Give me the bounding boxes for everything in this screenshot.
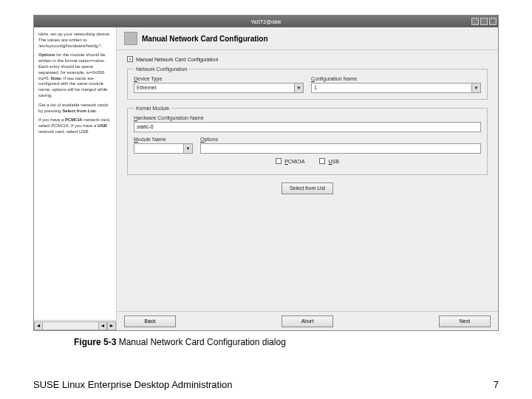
network-config-legend: Network Configuration <box>134 66 189 72</box>
usb-label: USB <box>328 159 338 164</box>
page-title: Manual Network Card Configuration <box>142 35 268 43</box>
chevron-down-icon[interactable]: ▼ <box>184 143 193 154</box>
pcmcia-label: PCMCIA <box>284 159 304 164</box>
help-p3: Get a list of available network cards by… <box>38 103 112 115</box>
config-name-value[interactable]: 1 <box>311 83 472 93</box>
hwcfg-input[interactable]: static-0 <box>134 122 481 132</box>
options-label: Options <box>200 137 481 142</box>
scroll-left-icon[interactable]: ◄ <box>34 321 43 330</box>
pcmcia-checkbox[interactable] <box>276 158 282 164</box>
help-p4: If you have a PCMCIA network card, selec… <box>38 117 112 134</box>
kernel-module-group: Kernel Module Hardware Configuration Nam… <box>127 106 488 175</box>
help-sidebar: Here, set up your networking device. The… <box>34 27 117 330</box>
doc-page-number: 7 <box>494 379 499 390</box>
abort-button[interactable]: Abort <box>282 316 333 327</box>
module-name-label: Module Name <box>134 137 193 142</box>
titlebar: YaST2@dale – □ × <box>34 16 498 27</box>
kernel-module-legend: Kernel Module <box>134 106 171 111</box>
help-scrollbar[interactable]: ◄ ◄ ► <box>34 320 116 330</box>
hwcfg-label: Hardware Configuration Name <box>134 115 481 120</box>
figure-caption: Figure 5-3 Manual Network Card Configura… <box>74 337 499 347</box>
minimize-icon[interactable]: – <box>471 18 479 25</box>
module-name-combo[interactable]: ▼ <box>134 143 193 154</box>
help-p2: Options for the module should be written… <box>38 52 112 98</box>
close-icon[interactable]: × <box>489 18 497 25</box>
chevron-down-icon[interactable]: ▼ <box>472 83 481 93</box>
window-title: YaST2@dale <box>250 19 281 24</box>
scroll-left2-icon[interactable]: ◄ <box>98 321 107 330</box>
device-type-value[interactable]: Ethernet <box>134 83 295 93</box>
scroll-right-icon[interactable]: ► <box>107 321 116 330</box>
chevron-down-icon[interactable]: ▼ <box>295 83 304 93</box>
network-config-group: Network Configuration Device Type Ethern… <box>127 66 488 100</box>
config-name-label: Configuration Name <box>311 76 481 81</box>
select-from-list-button[interactable]: Select from List <box>282 183 333 194</box>
maximize-icon[interactable]: □ <box>480 18 488 25</box>
manual-config-checkbox[interactable]: × <box>127 56 133 62</box>
network-card-icon <box>124 32 137 45</box>
help-p1: Here, set up your networking device. The… <box>38 32 112 49</box>
options-input[interactable] <box>200 143 481 154</box>
main-header: Manual Network Card Configuration <box>117 27 498 50</box>
next-button[interactable]: Next <box>439 316 491 327</box>
config-name-combo[interactable]: 1 ▼ <box>311 83 481 93</box>
manual-config-label: Manual Network Card Configuration <box>136 57 218 62</box>
usb-checkbox[interactable] <box>319 158 325 164</box>
device-type-label: Device Type <box>134 76 304 81</box>
doc-footer-title: SUSE Linux Enterprise Desktop Administra… <box>33 379 233 390</box>
app-window: YaST2@dale – □ × Here, set up your netwo… <box>33 15 499 331</box>
device-type-combo[interactable]: Ethernet ▼ <box>134 83 304 93</box>
back-button[interactable]: Back <box>124 316 176 327</box>
